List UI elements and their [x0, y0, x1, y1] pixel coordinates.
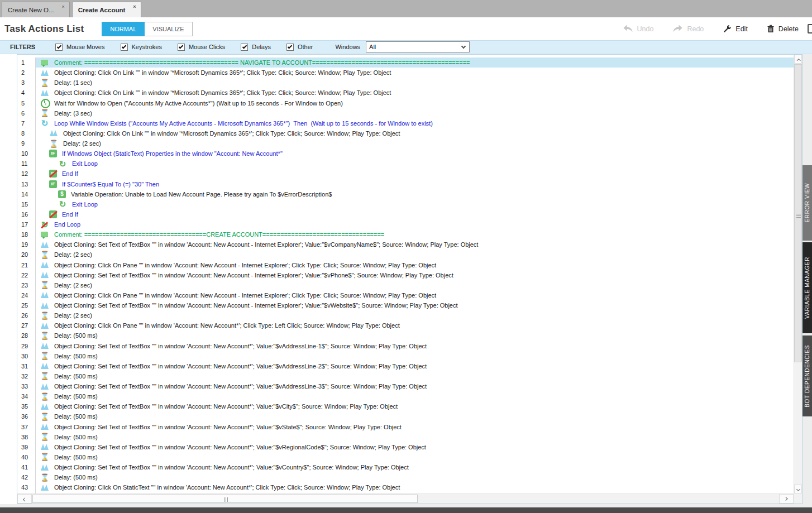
delete-button[interactable]: Delete [767, 25, 799, 33]
filter-delays[interactable]: Delays [241, 44, 271, 51]
checkbox[interactable] [286, 44, 294, 51]
task-action-row[interactable]: 32⌛Delay: (500 ms) [17, 371, 794, 381]
window-tab-label: Create New O... [8, 7, 54, 13]
object-cloning-icon [40, 69, 49, 77]
task-action-row[interactable]: 4Object Cloning: Click On Link "" in win… [17, 88, 794, 98]
task-action-row[interactable]: 37Object Cloning: Set Text of TextBox ""… [17, 422, 794, 432]
filter-mouse-clicks[interactable]: Mouse Clicks [178, 44, 225, 51]
task-action-row[interactable]: 2Object Cloning: Click On Link "" in win… [17, 68, 794, 78]
task-action-row[interactable]: 29Object Cloning: Set Text of TextBox ""… [17, 341, 794, 351]
row-content: ↻Exit Loop [36, 159, 794, 169]
filter-mouse-moves[interactable]: Mouse Moves [55, 44, 104, 51]
task-action-row[interactable]: 6⌛Delay: (3 sec) [17, 108, 794, 118]
side-tab-error-view[interactable]: ERROR VIEW [803, 165, 812, 241]
normal-view-button[interactable]: NORMAL [102, 22, 145, 36]
checkbox[interactable] [241, 44, 248, 51]
task-action-row[interactable]: 25Object Cloning: Set Text of TextBox ""… [17, 300, 794, 310]
task-action-row[interactable]: 40⌛Delay: (500 ms) [17, 452, 794, 462]
row-text: Object Cloning: Set Text of TextBox "" i… [54, 403, 398, 410]
chevron-down-icon [461, 44, 466, 49]
task-action-row[interactable]: 20⌛Delay: (2 sec) [17, 250, 794, 260]
vertical-scrollbar-thumb[interactable] [794, 64, 802, 362]
task-action-row[interactable]: 23⌛Delay: (2 sec) [17, 280, 794, 290]
task-action-row[interactable]: 7↻Loop While Window Exists ("Accounts My… [17, 118, 794, 128]
windows-dropdown[interactable]: All [366, 41, 470, 52]
window-tab-bar: Create New O...×Create Account× [0, 0, 812, 17]
row-number: 35 [17, 401, 36, 411]
scroll-left-button[interactable] [17, 494, 32, 504]
row-number: 40 [17, 452, 36, 462]
undo-button[interactable]: Undo [623, 25, 654, 33]
task-action-row[interactable]: 14$Variable Operation: Unable to Load Ne… [17, 189, 794, 199]
close-icon[interactable]: × [125, 2, 136, 9]
task-action-row[interactable]: 22Object Cloning: Set Text of TextBox ""… [17, 270, 794, 280]
row-text: End If [62, 170, 78, 177]
task-action-row[interactable]: 33Object Cloning: Set Text of TextBox ""… [17, 381, 794, 391]
task-action-row[interactable]: 31Object Cloning: Set Text of TextBox ""… [17, 361, 794, 371]
side-tab-variable-manager[interactable]: VARIABLE MANAGER [803, 242, 812, 333]
scroll-right-button[interactable] [779, 494, 794, 504]
row-content: $Variable Operation: Unable to Load New … [36, 189, 794, 199]
task-action-row[interactable]: 26⌛Delay: (2 sec) [17, 310, 794, 320]
wait-clock-icon [40, 99, 49, 107]
horizontal-scrollbar[interactable] [17, 493, 794, 504]
if-icon: IF [49, 150, 57, 157]
task-action-row[interactable]: 42⌛Delay: (500 ms) [17, 472, 794, 482]
task-action-row[interactable]: 3⌛Delay: (1 sec) [17, 78, 794, 88]
visualize-view-button[interactable]: VISUALIZE [145, 22, 192, 36]
task-action-row[interactable]: 35Object Cloning: Set Text of TextBox ""… [17, 401, 794, 411]
task-action-row[interactable]: 11↻Exit Loop [17, 159, 794, 169]
task-action-row[interactable]: 21Object Cloning: Click On Pane "" in wi… [17, 260, 794, 270]
task-action-row[interactable]: 5Wait for Window to Open ("Accounts My A… [17, 98, 794, 108]
task-action-row[interactable]: 18Comment: =============================… [17, 229, 794, 239]
filter-label: Delays [252, 44, 271, 50]
task-action-row[interactable]: 27Object Cloning: Click On Pane "" in wi… [17, 320, 794, 330]
row-number: 22 [17, 270, 36, 280]
task-action-row[interactable]: 8Object Cloning: Click On Link "" in win… [17, 128, 794, 138]
side-tab-bot-dependencies[interactable]: BOT DEPENDENCIES [803, 335, 812, 416]
checkbox[interactable] [55, 44, 63, 51]
task-action-row[interactable]: 39Object Cloning: Set Text of TextBox ""… [17, 442, 794, 452]
filter-other[interactable]: Other [286, 44, 313, 51]
task-action-row[interactable]: 24Object Cloning: Click On Pane "" in wi… [17, 290, 794, 300]
task-action-row[interactable]: 43Object Cloning: Click On StaticText ""… [17, 482, 794, 492]
task-action-row[interactable]: 19Object Cloning: Set Text of TextBox ""… [17, 239, 794, 250]
window-tab-1[interactable]: Create Account× [72, 2, 141, 17]
task-action-row[interactable]: 34⌛Delay: (500 ms) [17, 391, 794, 401]
row-number: 29 [17, 341, 36, 351]
object-cloning-icon [40, 291, 49, 299]
task-action-row[interactable]: 17↻End Loop [17, 219, 794, 229]
filter-label: Mouse Moves [66, 44, 104, 50]
row-content: Object Cloning: Click On Link "" in wind… [36, 68, 794, 78]
object-cloning-icon [40, 463, 49, 472]
task-action-row[interactable]: 12IFEnd If [17, 169, 794, 179]
task-action-row[interactable]: 9⌛Delay: (2 sec) [17, 138, 794, 148]
header: Task Actions List NORMAL VISUALIZE Undo … [0, 17, 812, 40]
scroll-down-button[interactable] [794, 485, 802, 493]
filter-keystrokes[interactable]: Keystrokes [121, 44, 162, 51]
vertical-scrollbar[interactable] [794, 55, 802, 493]
task-action-row[interactable]: 30⌛Delay: (500 ms) [17, 351, 794, 361]
task-action-row[interactable]: 38⌛Delay: (500 ms) [17, 432, 794, 442]
scrollbar-corner [794, 493, 802, 504]
horizontal-scrollbar-thumb[interactable] [32, 495, 418, 503]
scroll-up-button[interactable] [794, 55, 802, 64]
task-action-row[interactable]: 28⌛Delay: (500 ms) [17, 330, 794, 341]
task-action-row[interactable]: 1Comment: ==============================… [17, 57, 794, 68]
edit-button[interactable]: Edit [723, 25, 748, 33]
checkbox[interactable] [178, 44, 185, 51]
task-action-row[interactable]: 41Object Cloning: Set Text of TextBox ""… [17, 462, 794, 472]
task-action-row[interactable]: 13IFIf $Counter$ Equal To (=) "30" Then [17, 179, 794, 189]
task-action-row[interactable]: 36⌛Delay: (500 ms) [17, 411, 794, 421]
task-action-row[interactable]: 10IFIf Windows Object (StaticText) Prope… [17, 148, 794, 159]
window-tab-0[interactable]: Create New O...× [2, 2, 70, 17]
row-number: 37 [17, 422, 36, 432]
checkbox[interactable] [121, 44, 128, 51]
redo-button[interactable]: Redo [672, 25, 704, 33]
task-action-row[interactable]: 15↻Exit Loop [17, 199, 794, 209]
close-icon[interactable]: × [54, 2, 64, 9]
row-number: 41 [17, 462, 36, 472]
clipped-toolbar-icon[interactable] [808, 24, 812, 33]
task-action-row[interactable]: 16IFEnd If [17, 209, 794, 219]
row-text: Variable Operation: Unable to Load New A… [71, 191, 332, 198]
